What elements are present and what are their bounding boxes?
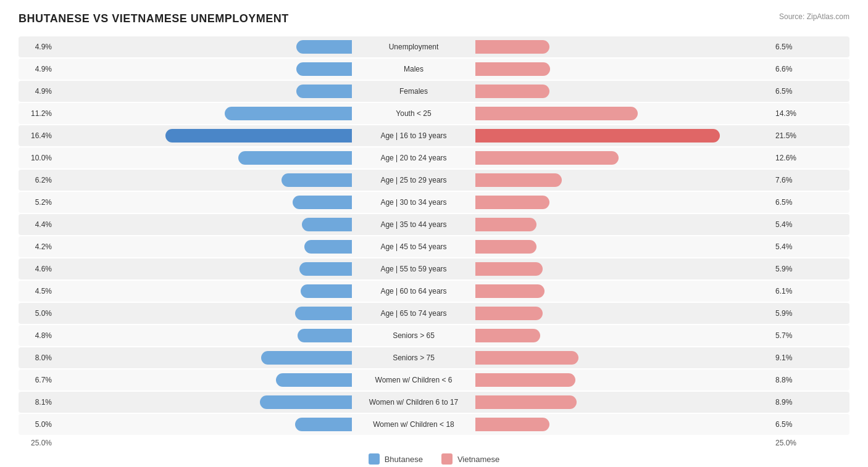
left-bar	[260, 395, 352, 409]
right-bar	[475, 284, 545, 298]
left-value: 6.7%	[19, 376, 56, 384]
legend-pink-swatch	[441, 453, 453, 465]
right-bar-container	[475, 262, 772, 276]
right-bar	[475, 418, 549, 431]
row-label: Seniors > 65	[352, 331, 475, 340]
right-bar-container	[475, 307, 772, 320]
right-value: 5.4%	[772, 242, 809, 251]
left-bar-container	[56, 395, 352, 409]
left-bar	[301, 284, 352, 298]
row-label: Age | 30 to 34 years	[352, 198, 475, 207]
left-value: 4.4%	[19, 220, 56, 229]
bar-row: 4.5% Age | 60 to 64 years 6.1%	[19, 281, 849, 302]
right-value: 6.6%	[772, 65, 809, 73]
row-label: Age | 20 to 24 years	[352, 154, 475, 162]
left-value: 4.9%	[19, 43, 56, 51]
left-bar	[225, 107, 352, 120]
row-label: Age | 45 to 54 years	[352, 242, 475, 251]
right-bar-container	[475, 196, 772, 209]
left-bar	[299, 262, 352, 276]
bar-row: 4.8% Seniors > 65 5.7%	[19, 325, 849, 346]
left-value: 10.0%	[19, 154, 56, 162]
right-bar-container	[475, 129, 772, 143]
left-bar-container	[56, 40, 352, 54]
left-value: 4.9%	[19, 65, 56, 73]
bar-row: 5.2% Age | 30 to 34 years 6.5%	[19, 192, 849, 213]
left-bar	[238, 151, 352, 165]
left-bar	[261, 351, 352, 365]
right-value: 5.9%	[772, 265, 809, 273]
left-bar-container	[56, 373, 352, 387]
right-bar	[475, 151, 619, 165]
right-value: 6.5%	[772, 87, 809, 96]
right-bar	[475, 40, 549, 54]
left-value: 8.0%	[19, 353, 56, 362]
left-bar-container	[56, 151, 352, 165]
right-bar	[475, 240, 536, 254]
right-value: 5.9%	[772, 309, 809, 318]
right-value: 12.6%	[772, 154, 809, 162]
bar-row: 8.1% Women w/ Children 6 to 17 8.9%	[19, 392, 849, 413]
row-label: Age | 65 to 74 years	[352, 309, 475, 318]
left-value: 5.0%	[19, 309, 56, 318]
left-value: 4.9%	[19, 87, 56, 96]
row-label: Males	[352, 65, 475, 73]
left-bar	[295, 418, 352, 431]
bar-row: 4.2% Age | 45 to 54 years 5.4%	[19, 236, 849, 257]
left-bar-container	[56, 262, 352, 276]
left-bar-container	[56, 107, 352, 120]
left-bar	[295, 307, 352, 320]
right-bar-container	[475, 107, 772, 120]
left-value: 6.2%	[19, 176, 56, 184]
left-value: 4.6%	[19, 265, 56, 273]
right-bar-container	[475, 329, 772, 342]
left-bar-container	[56, 129, 352, 143]
left-bar-container	[56, 196, 352, 209]
left-bar-container	[56, 307, 352, 320]
left-value: 4.5%	[19, 287, 56, 295]
bar-row: 6.2% Age | 25 to 29 years 7.6%	[19, 170, 849, 191]
right-bar-container	[475, 351, 772, 365]
right-bar-container	[475, 218, 772, 231]
row-label: Women w/ Children < 6	[352, 376, 475, 384]
row-label: Age | 16 to 19 years	[352, 131, 475, 140]
row-label: Age | 55 to 59 years	[352, 265, 475, 273]
left-bar-container	[56, 173, 352, 187]
right-value: 6.1%	[772, 287, 809, 295]
right-bar	[475, 173, 562, 187]
right-bar	[475, 351, 578, 365]
right-bar	[475, 395, 577, 409]
right-value: 9.1%	[772, 353, 809, 362]
bar-row: 10.0% Age | 20 to 24 years 12.6%	[19, 147, 849, 168]
right-value: 6.5%	[772, 198, 809, 207]
right-bar	[475, 196, 549, 209]
axis-row: 25.0% 25.0%	[19, 439, 849, 447]
right-bar-container	[475, 373, 772, 387]
left-bar	[298, 329, 352, 342]
row-label: Seniors > 75	[352, 353, 475, 362]
right-bar	[475, 62, 550, 76]
bar-row: 8.0% Seniors > 75 9.1%	[19, 347, 849, 368]
bar-row: 6.7% Women w/ Children < 6 8.8%	[19, 370, 849, 391]
right-value: 5.4%	[772, 220, 809, 229]
row-label: Youth < 25	[352, 109, 475, 118]
right-value: 5.7%	[772, 331, 809, 340]
legend-pink-label: Vietnamese	[457, 455, 499, 464]
right-value: 14.3%	[772, 109, 809, 118]
bar-row: 5.0% Age | 65 to 74 years 5.9%	[19, 303, 849, 324]
right-bar	[475, 307, 543, 320]
left-value: 5.0%	[19, 420, 56, 429]
right-bar	[475, 329, 540, 342]
left-bar	[302, 218, 352, 231]
right-bar	[475, 85, 549, 98]
right-bar-container	[475, 395, 772, 409]
row-label: Age | 25 to 29 years	[352, 176, 475, 184]
left-bar	[165, 129, 352, 143]
right-value: 7.6%	[772, 176, 809, 184]
left-value: 16.4%	[19, 131, 56, 140]
left-bar-container	[56, 418, 352, 431]
right-value: 21.5%	[772, 131, 809, 140]
left-bar-container	[56, 351, 352, 365]
legend-pink: Vietnamese	[441, 453, 499, 465]
legend-blue-swatch	[369, 453, 380, 465]
